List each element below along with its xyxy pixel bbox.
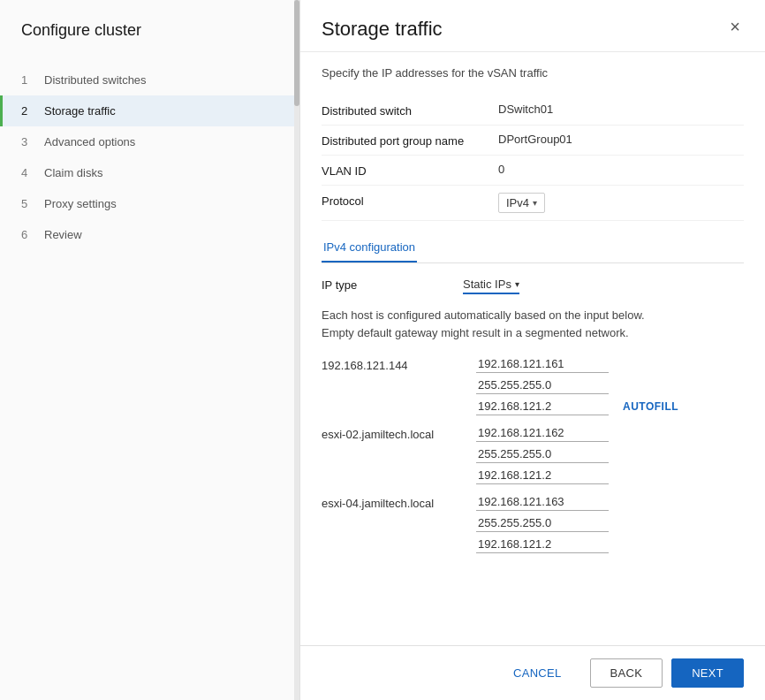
gateway-with-autofill-0: AUTOFILL: [476, 398, 682, 415]
dialog-title: Configure cluster: [0, 21, 299, 65]
sidebar-label-5: Proxy settings: [44, 197, 117, 210]
ip-type-label: IP type: [322, 278, 463, 292]
main-title: Storage traffic: [322, 18, 443, 41]
host-row-0: 192.168.121.144 AUTOFILL: [322, 355, 744, 415]
host-subnet-input-1[interactable]: [476, 445, 609, 463]
ip-type-dropdown[interactable]: Static IPs ▾: [463, 276, 519, 294]
sidebar-item-review[interactable]: 6 Review: [0, 219, 299, 250]
field-row-port-group: Distributed port group name DPortGroup01: [322, 126, 744, 156]
autofill-button[interactable]: AUTOFILL: [619, 399, 682, 415]
description-text: Each host is configured automatically ba…: [322, 307, 744, 341]
host-name-2: esxi-04.jamiltech.local: [322, 493, 476, 510]
sidebar-label-1: Distributed switches: [44, 73, 147, 87]
field-label-distributed-switch: Distributed switch: [322, 103, 498, 118]
ip-type-row: IP type Static IPs ▾: [322, 263, 744, 301]
cancel-button[interactable]: CANCEL: [494, 659, 581, 687]
sidebar-item-claim-disks[interactable]: 4 Claim disks: [0, 157, 299, 188]
main-panel: Storage traffic × Specify the IP address…: [300, 0, 765, 700]
sidebar-label-3: Advanced options: [44, 135, 135, 148]
field-row-protocol: Protocol IPv4 ▾: [322, 186, 744, 221]
next-button[interactable]: NEXT: [671, 658, 744, 688]
host-ip-input-0[interactable]: [476, 355, 609, 373]
ip-with-autofill-0: [476, 355, 682, 373]
ip-type-value: Static IPs: [463, 278, 511, 291]
step-num-4: 4: [21, 166, 35, 179]
field-value-port-group: DPortGroup01: [498, 133, 572, 146]
sidebar-label-6: Review: [44, 228, 82, 241]
step-num-3: 3: [21, 135, 35, 148]
sidebar: Configure cluster 1 Distributed switches…: [0, 0, 300, 700]
host-subnet-input-2[interactable]: [476, 514, 609, 532]
sidebar-item-distributed-switches[interactable]: 1 Distributed switches: [0, 65, 299, 95]
subtitle: Specify the IP addresses for the vSAN tr…: [322, 66, 744, 80]
step-num-5: 5: [21, 197, 35, 210]
host-subnet-input-0[interactable]: [476, 377, 609, 394]
field-label-protocol: Protocol: [322, 193, 498, 208]
host-section-0: 192.168.121.144 AUTOFILL: [322, 355, 744, 415]
configure-cluster-dialog: Configure cluster 1 Distributed switches…: [0, 0, 765, 700]
host-gateway-input-0[interactable]: [476, 398, 609, 415]
main-header: Storage traffic ×: [300, 0, 765, 52]
close-button[interactable]: ×: [726, 18, 744, 35]
chevron-down-icon: ▾: [533, 198, 537, 208]
field-row-distributed-switch: Distributed switch DSwitch01: [322, 95, 744, 126]
tab-ipv4-configuration[interactable]: IPv4 configuration: [322, 233, 417, 262]
field-value-distributed-switch: DSwitch01: [498, 103, 553, 116]
host-name-1: esxi-02.jamiltech.local: [322, 424, 476, 441]
ip-fields-0: AUTOFILL: [476, 355, 682, 415]
main-body: Specify the IP addresses for the vSAN tr…: [300, 52, 765, 645]
host-gateway-input-1[interactable]: [476, 467, 609, 484]
field-value-vlan-id: 0: [498, 163, 504, 176]
sidebar-scrollbar: [294, 0, 299, 700]
sidebar-item-storage-traffic[interactable]: 2 Storage traffic: [0, 95, 299, 126]
step-num-6: 6: [21, 228, 35, 241]
sidebar-label-4: Claim disks: [44, 166, 102, 179]
host-section-1: esxi-02.jamiltech.local: [322, 424, 744, 484]
back-button[interactable]: BACK: [590, 658, 663, 688]
host-section-2: esxi-04.jamiltech.local: [322, 493, 744, 553]
chevron-down-icon-ip: ▾: [515, 279, 519, 289]
tab-bar: IPv4 configuration: [322, 233, 744, 263]
step-num-2: 2: [21, 104, 35, 118]
field-row-vlan-id: VLAN ID 0: [322, 156, 744, 186]
host-gateway-input-2[interactable]: [476, 536, 609, 553]
step-num-1: 1: [21, 73, 35, 87]
sidebar-label-2: Storage traffic: [44, 104, 116, 118]
ip-fields-1: [476, 424, 609, 484]
host-ip-input-1[interactable]: [476, 424, 609, 442]
sidebar-item-advanced-options[interactable]: 3 Advanced options: [0, 126, 299, 157]
field-label-port-group: Distributed port group name: [322, 133, 498, 148]
ip-fields-2: [476, 493, 609, 553]
sidebar-scrollbar-thumb[interactable]: [294, 0, 299, 106]
host-name-0: 192.168.121.144: [322, 355, 476, 372]
field-label-vlan-id: VLAN ID: [322, 163, 498, 178]
sidebar-item-proxy-settings[interactable]: 5 Proxy settings: [0, 188, 299, 219]
host-row-1: esxi-02.jamiltech.local: [322, 424, 744, 484]
host-ip-input-2[interactable]: [476, 493, 609, 511]
footer: CANCEL BACK NEXT: [300, 645, 765, 700]
protocol-dropdown[interactable]: IPv4 ▾: [498, 193, 545, 213]
host-row-2: esxi-04.jamiltech.local: [322, 493, 744, 553]
protocol-value: IPv4: [506, 196, 529, 209]
